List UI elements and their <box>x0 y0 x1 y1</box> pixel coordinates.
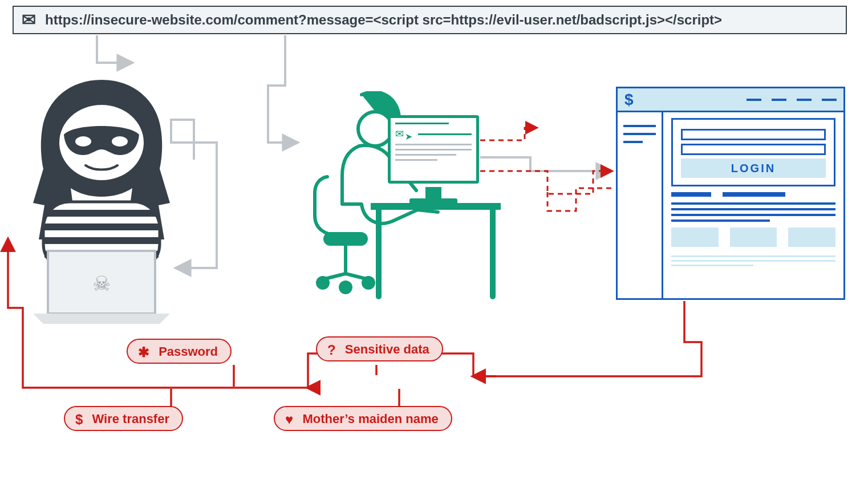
question-icon: ? <box>327 338 336 362</box>
target-website: $ LOGIN <box>616 87 845 300</box>
email-icon: ✉ <box>395 128 404 140</box>
pill-wire-transfer: $ Wire transfer <box>64 406 183 431</box>
pill-maiden-name: ♥ Mother’s maiden name <box>274 406 452 431</box>
svg-point-15 <box>339 281 352 294</box>
svg-marker-9 <box>33 314 170 324</box>
pill-wiretransfer-label: Wire transfer <box>92 412 169 426</box>
malicious-url-bar: ✉ https://insecure-website.com/comment?m… <box>13 6 847 34</box>
site-sidebar <box>618 112 663 298</box>
svg-line-17 <box>323 274 346 279</box>
victim-monitor: ✉ ➤ <box>388 115 479 184</box>
login-form: LOGIN <box>671 118 835 186</box>
monitor-base <box>409 198 457 204</box>
username-field[interactable] <box>681 129 826 140</box>
svg-point-1 <box>75 136 91 147</box>
asterisk-icon: ✱ <box>138 340 149 364</box>
monitor-stand <box>425 187 441 200</box>
login-button[interactable]: LOGIN <box>681 158 826 178</box>
password-field[interactable] <box>681 144 826 155</box>
svg-line-18 <box>346 274 368 279</box>
svg-text:☠: ☠ <box>92 272 111 295</box>
svg-point-2 <box>112 136 128 147</box>
dollar-icon: $ <box>75 408 83 432</box>
cursor-icon: ➤ <box>405 131 412 142</box>
pill-password-label: Password <box>159 344 218 359</box>
site-currency-icon: $ <box>624 91 634 109</box>
pill-sensitive-label: Sensitive data <box>345 342 429 356</box>
window-controls-icon <box>747 99 837 101</box>
pill-password: ✱ Password <box>127 339 232 364</box>
pill-sensitive-data: ? Sensitive data <box>316 336 443 361</box>
attacker-illustration: ☠ <box>16 80 187 324</box>
malicious-url-text: https://insecure-website.com/comment?mes… <box>45 12 722 28</box>
heart-icon: ♥ <box>285 408 293 432</box>
envelope-icon: ✉ <box>22 11 36 29</box>
svg-point-11 <box>358 112 392 146</box>
pill-maiden-label: Mother’s maiden name <box>302 412 438 426</box>
